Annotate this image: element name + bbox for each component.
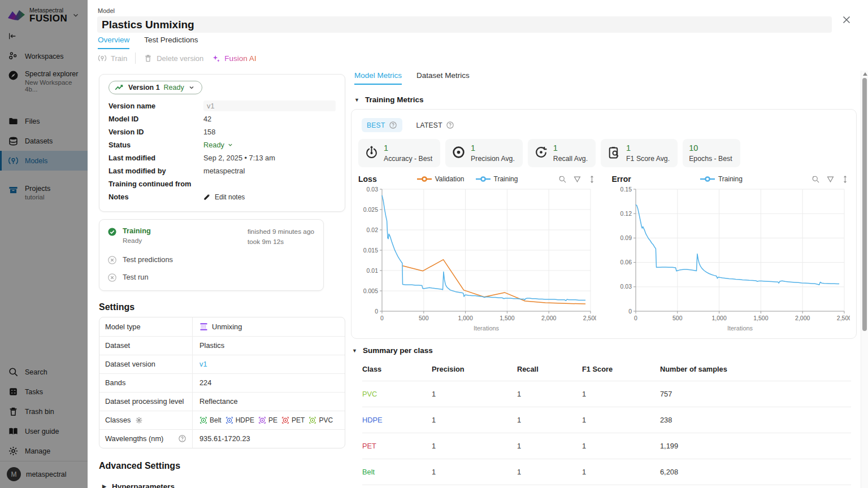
- svg-text:0: 0: [634, 315, 637, 321]
- svg-text:1,000: 1,000: [711, 315, 726, 321]
- loss-chart-plot[interactable]: 00.0050.010.0150.020.0250.0305001,0001,5…: [358, 185, 596, 333]
- modal-backdrop[interactable]: [0, 0, 88, 488]
- training-metrics-toggle[interactable]: ▼ Training Metrics: [354, 95, 857, 104]
- metric-card-recall: 1 Recall Avg.: [528, 139, 596, 167]
- training-metrics-card: BEST LATEST 1 Accuracy - Best: [351, 109, 857, 339]
- metric-card-f1: 1 F1 Score Avg.: [601, 139, 678, 167]
- setting-processing-level: Dataset processing level Reflectance: [99, 392, 345, 411]
- svg-text:0.025: 0.025: [363, 206, 378, 213]
- best-toggle[interactable]: BEST: [362, 118, 402, 132]
- metric-cards: 1 Accuracy - Best 1 Precision Avg.: [358, 139, 849, 167]
- metric-card-accuracy: 1 Accuracy - Best: [358, 139, 440, 167]
- breadcrumb: Model: [98, 7, 115, 14]
- version-name-input[interactable]: v1: [203, 101, 336, 111]
- svg-text:0.015: 0.015: [363, 247, 378, 254]
- svg-text:0.01: 0.01: [367, 267, 379, 274]
- setting-classes: Classes Belt HDPE: [99, 411, 345, 429]
- svg-text:0: 0: [375, 308, 378, 315]
- accuracy-icon: [364, 145, 379, 159]
- scrollbar[interactable]: [861, 71, 868, 488]
- tab-model-metrics[interactable]: Model Metrics: [354, 71, 402, 85]
- tab-dataset-metrics[interactable]: Dataset Metrics: [416, 71, 470, 85]
- sidebar: Metaspectral FUSION Workspaces Spectral …: [0, 0, 88, 488]
- metrics-panel: Model Metrics Dataset Metrics ▼ Training…: [351, 71, 857, 488]
- advanced-settings-heading: Advanced Settings: [99, 461, 345, 471]
- training-finished: finished 9 minutes ago: [248, 226, 314, 237]
- charts-row: Loss Validation Training: [358, 175, 849, 333]
- help-icon[interactable]: [389, 121, 397, 129]
- table-row-pvc: PVC 1 1 1 757: [362, 381, 851, 407]
- setting-bands: Bands 224: [99, 373, 345, 392]
- zoom-reset-icon[interactable]: [558, 175, 567, 184]
- svg-text:500: 500: [672, 315, 683, 321]
- unmixing-icon: [199, 323, 208, 331]
- help-icon[interactable]: [446, 121, 454, 129]
- zoom-reset-icon[interactable]: [811, 175, 820, 184]
- error-chart-plot[interactable]: 00.030.060.090.120.1505001,0001,5002,000…: [612, 185, 850, 333]
- fusion-ai-button[interactable]: Fusion AI: [211, 54, 256, 63]
- version-name: Version 1: [128, 84, 160, 91]
- table-row-pet: PET 1 1 1 1,199: [362, 433, 851, 459]
- legend-marker: [700, 176, 715, 182]
- status-dropdown[interactable]: Ready: [203, 141, 224, 149]
- dataset-version-link[interactable]: v1: [199, 360, 207, 368]
- delete-version-button[interactable]: Delete version: [144, 54, 203, 63]
- recall-icon: [534, 145, 548, 159]
- legend-training[interactable]: Training: [476, 175, 518, 183]
- svg-text:0.09: 0.09: [620, 234, 632, 241]
- loss-chart-title: Loss: [358, 175, 377, 184]
- train-icon: [98, 54, 107, 63]
- circle-x-icon: [107, 255, 117, 265]
- circle-x-icon: [107, 273, 117, 282]
- latest-toggle[interactable]: LATEST: [411, 118, 459, 132]
- hyperparameters-toggle[interactable]: ▶ Hyperparameters: [102, 482, 345, 488]
- error-chart-legend: Training: [631, 175, 811, 183]
- fusion-ai-label: Fusion AI: [224, 54, 256, 63]
- class-link[interactable]: PVC: [362, 390, 377, 398]
- field-last-modified-by: Last modified by metaspectral: [108, 164, 336, 177]
- class-icon: [199, 416, 207, 424]
- svg-text:0: 0: [628, 308, 632, 315]
- filter-icon[interactable]: [826, 175, 835, 184]
- legend-marker: [417, 176, 432, 182]
- field-version-id: Version ID 158: [108, 125, 336, 138]
- summary-per-class-toggle[interactable]: ▼ Summary per class: [352, 346, 857, 355]
- svg-text:0.02: 0.02: [367, 226, 379, 233]
- svg-text:2,500: 2,500: [583, 315, 596, 321]
- model-modal: Model Plastics Unmixing Overview Test Pr…: [88, 0, 868, 488]
- train-button[interactable]: Train: [98, 54, 127, 63]
- vertical-expand-icon[interactable]: [588, 175, 596, 184]
- setting-model-type: Model type Unmixing: [99, 317, 345, 336]
- class-icon: [309, 416, 316, 424]
- svg-text:0.005: 0.005: [363, 287, 378, 294]
- tab-overview[interactable]: Overview: [98, 36, 129, 49]
- edit-notes-button[interactable]: Edit notes: [203, 193, 245, 201]
- vertical-expand-icon[interactable]: [841, 175, 849, 184]
- tab-test-predictions[interactable]: Test Predictions: [144, 36, 198, 49]
- svg-text:0.03: 0.03: [367, 186, 379, 193]
- legend-validation[interactable]: Validation: [417, 175, 465, 183]
- svg-text:500: 500: [419, 315, 429, 321]
- version-selector[interactable]: Version 1 Ready: [108, 81, 202, 94]
- error-chart: Error Training 00.0: [612, 175, 850, 333]
- class-link[interactable]: Belt: [362, 468, 375, 476]
- classes-gear-icon[interactable]: [135, 416, 143, 424]
- settings-table: Model type Unmixing Dataset Plastics Dat…: [99, 317, 345, 448]
- setting-dataset-version: Dataset version v1: [99, 355, 345, 373]
- filter-icon[interactable]: [573, 175, 581, 184]
- class-link[interactable]: HDPE: [362, 416, 383, 424]
- pipeline-step-test-predictions: Test predictions: [107, 255, 314, 265]
- class-link[interactable]: PET: [362, 442, 376, 450]
- scroll-up-arrow[interactable]: [863, 72, 867, 76]
- legend-training[interactable]: Training: [700, 175, 743, 183]
- close-icon[interactable]: [840, 14, 853, 26]
- scrollbar-thumb[interactable]: [862, 78, 867, 331]
- svg-text:2,000: 2,000: [795, 315, 810, 321]
- pencil-icon: [203, 193, 211, 201]
- help-icon[interactable]: [178, 434, 186, 443]
- train-label: Train: [111, 54, 127, 63]
- version-panel: Version 1 Ready Version name v1 Model ID…: [99, 74, 345, 488]
- model-title-field[interactable]: Plastics Unmixing: [97, 16, 832, 33]
- setting-wavelengths: Wavelengths (nm) 935.61-1720.23: [99, 429, 345, 448]
- loss-chart-legend: Validation Training: [377, 175, 558, 183]
